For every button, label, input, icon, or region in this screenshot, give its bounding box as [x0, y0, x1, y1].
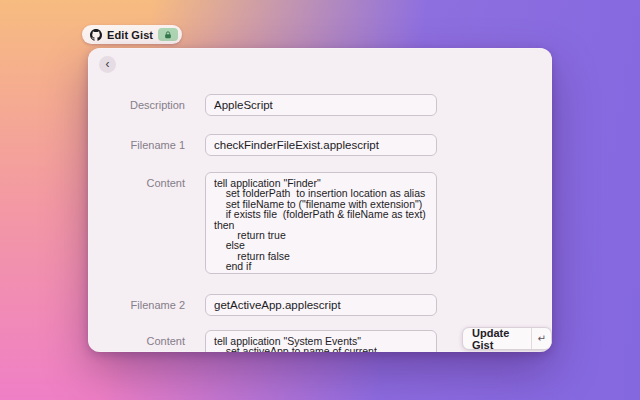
- description-label: Description: [88, 94, 185, 116]
- filename1-label: Filename 1: [88, 134, 185, 156]
- content2-textarea[interactable]: tell application "System Events" set act…: [205, 330, 437, 352]
- filename2-input[interactable]: [205, 294, 437, 316]
- update-gist-button[interactable]: Update Gist ↵: [462, 327, 552, 350]
- filename1-field-row: Filename 1: [88, 134, 552, 156]
- filename1-input[interactable]: [205, 134, 437, 156]
- command-pill-edit-gist[interactable]: Edit Gist: [82, 25, 182, 44]
- lock-icon: [164, 31, 172, 39]
- content1-textarea[interactable]: tell application "Finder" set folderPath…: [205, 172, 437, 274]
- update-gist-label: Update Gist: [463, 327, 531, 351]
- enter-key-icon: ↵: [532, 328, 551, 349]
- edit-gist-window: ‹ Description Filename 1 Content tell ap…: [88, 48, 552, 352]
- content1-field-row: Content tell application "Finder" set fo…: [88, 172, 552, 274]
- description-input[interactable]: [205, 94, 437, 116]
- secret-gist-badge: [158, 28, 178, 41]
- filename2-label: Filename 2: [88, 294, 185, 316]
- github-icon: [90, 29, 102, 41]
- desktop-background: { "pill": { "label": "Edit Gist", "githu…: [0, 0, 640, 400]
- content1-label: Content: [88, 172, 185, 194]
- description-field-row: Description: [88, 94, 552, 116]
- content2-label: Content: [88, 330, 185, 352]
- command-pill-label: Edit Gist: [107, 29, 153, 41]
- back-button[interactable]: ‹: [99, 56, 116, 73]
- filename2-field-row: Filename 2: [88, 294, 552, 316]
